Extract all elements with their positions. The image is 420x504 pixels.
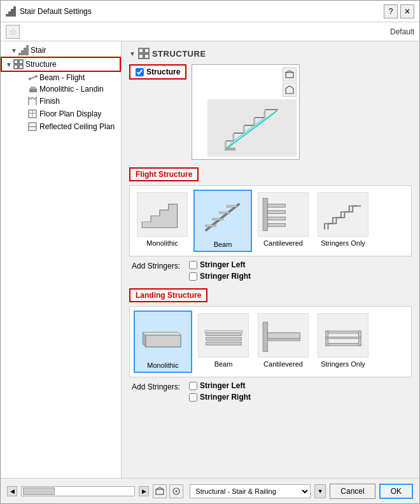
scroll-left-btn[interactable]: ◀ — [7, 486, 17, 496]
svg-rect-72 — [206, 333, 241, 336]
landing-option-beam[interactable]: Beam — [195, 311, 252, 373]
flight-option-stringers[interactable]: Stringers Only — [314, 190, 372, 252]
bottom-bar: ◀ ▶ Structural - Stair & Railing ▼ Cance… — [1, 478, 419, 503]
stringers-stair-svg — [319, 195, 367, 234]
flight-stringer-right-check[interactable] — [189, 272, 197, 281]
svg-rect-0 — [6, 14, 8, 17]
flight-stringer-left-check[interactable] — [189, 261, 197, 269]
tree-item-structure[interactable]: ▼ Structure — [1, 57, 121, 72]
structure-section-icon — [138, 48, 150, 59]
svg-rect-62 — [267, 217, 285, 220]
landing-stringer-left-check[interactable] — [189, 382, 197, 390]
landing-structure-section: Landing Structure — [129, 288, 412, 402]
title-bar: Stair Default Settings ? ✕ — [1, 1, 419, 22]
beam-stair-svg — [199, 197, 247, 235]
svg-rect-25 — [144, 54, 149, 59]
view-dropdown[interactable]: Structural - Stair & Railing — [190, 484, 311, 498]
landing-structure-label: Landing Structure — [136, 291, 201, 300]
dropdown-expand-btn[interactable]: ▼ — [314, 484, 326, 498]
dialog-window: Stair Default Settings ? ✕ ☆ Default ▼ S… — [0, 0, 420, 504]
landing-stringer-checks: Stringer Left Stringer Right — [189, 381, 251, 402]
stair-icon — [18, 45, 29, 55]
main-content: ▼ Stair ▼ Structure — [1, 41, 419, 478]
svg-rect-10 — [14, 65, 18, 69]
flight-option-beam[interactable]: Beam — [193, 190, 252, 252]
landing-beam-label: Beam — [214, 360, 233, 368]
scrollbar-thumb — [23, 487, 55, 495]
collapse-arrow-reflected: ▶ — [21, 123, 26, 130]
landing-beam-image — [198, 313, 249, 358]
structure-checkbox-label: Structure — [146, 67, 180, 76]
landing-stringer-right-label: Stringer Right — [200, 393, 251, 402]
svg-point-88 — [176, 490, 178, 492]
tree-item-monolithic-landing[interactable]: Monolithic - Landin — [1, 83, 121, 95]
landing-cantilevered-svg — [260, 316, 307, 354]
landing-monolithic-image — [137, 314, 188, 359]
view-icon-button-1[interactable] — [153, 484, 167, 498]
tree-item-reflected[interactable]: ▶ Reflected Ceiling Plan — [1, 120, 121, 133]
landing-stringer-right-check[interactable] — [189, 393, 197, 402]
landing-option-stringers[interactable]: Stringers Only — [314, 311, 372, 373]
horizontal-scrollbar[interactable] — [21, 486, 135, 496]
svg-rect-8 — [14, 60, 18, 64]
svg-marker-71 — [143, 332, 181, 335]
tree-item-stair[interactable]: ▼ Stair — [1, 44, 121, 57]
preview-icon-btn-2[interactable] — [283, 83, 297, 97]
tree-item-beam-flight[interactable]: Beam - Flight — [1, 72, 121, 83]
flight-stringer-right-row: Stringer Right — [189, 272, 251, 281]
cancel-button[interactable]: Cancel — [330, 484, 375, 499]
svg-rect-3 — [13, 6, 16, 17]
svg-rect-53 — [205, 225, 216, 227]
svg-rect-79 — [325, 331, 360, 333]
flight-beam-image — [197, 193, 248, 238]
flight-stringer-left-label: Stringer Left — [200, 260, 245, 269]
scroll-right-btn[interactable]: ▶ — [139, 486, 149, 496]
structure-checkbox[interactable] — [136, 68, 144, 76]
svg-point-14 — [35, 75, 38, 78]
flight-option-cantilevered[interactable]: Cantilevered — [255, 190, 312, 252]
flight-option-monolithic[interactable]: Monolithic — [134, 190, 191, 252]
default-label: Default — [390, 27, 414, 36]
svg-marker-46 — [264, 109, 265, 118]
section-collapse-arrow: ▼ — [129, 50, 136, 57]
svg-rect-16 — [31, 87, 36, 89]
svg-rect-24 — [139, 54, 143, 59]
svg-rect-54 — [212, 218, 223, 220]
flight-monolithic-image — [137, 192, 188, 237]
help-button[interactable]: ? — [384, 4, 398, 18]
svg-rect-22 — [139, 48, 143, 53]
preview-icon-btn-1[interactable] — [283, 67, 297, 81]
landing-option-monolithic[interactable]: Monolithic — [134, 311, 192, 373]
svg-rect-75 — [204, 330, 242, 333]
floor-plan-icon — [27, 109, 38, 119]
flight-stringers-row: Add Stringers: Stringer Left Stringer Ri… — [129, 260, 412, 281]
preview-box — [192, 64, 300, 160]
landing-cantilevered-label: Cantilevered — [263, 360, 303, 368]
svg-marker-29 — [286, 86, 293, 94]
landing-options-row: Monolithic — [129, 306, 412, 377]
svg-rect-60 — [263, 199, 267, 231]
tree-item-floor-plan[interactable]: ▶ Floor Plan Display — [1, 108, 121, 120]
section-header: ▼ STRUCTURE — [129, 48, 412, 59]
landing-option-cantilevered[interactable]: Cantilevered — [255, 311, 312, 373]
tree-item-finish[interactable]: ▶ Finish — [1, 95, 121, 108]
tree-reflected-label: Reflected Ceiling Plan — [39, 122, 115, 131]
svg-rect-1 — [8, 11, 11, 17]
tree-finish-label: Finish — [39, 97, 60, 106]
stair-title-icon — [6, 6, 16, 17]
ok-button[interactable]: OK — [379, 484, 413, 499]
view-icon-button-2[interactable] — [169, 484, 183, 498]
svg-marker-42 — [225, 141, 227, 150]
flight-stringer-checks: Stringer Left Stringer Right — [189, 260, 251, 281]
landing-cantilevered-image — [258, 313, 309, 358]
cantilevered-stair-svg — [260, 195, 307, 234]
close-button[interactable]: ✕ — [400, 4, 414, 18]
stair-preview-svg — [207, 99, 297, 157]
svg-rect-63 — [267, 211, 285, 214]
collapse-arrow-floor: ▶ — [21, 111, 26, 118]
landing-add-stringers-label: Add Stringers: — [132, 381, 180, 391]
svg-rect-23 — [144, 48, 149, 53]
svg-rect-7 — [26, 45, 29, 55]
landing-monolithic-svg — [139, 318, 187, 356]
favorites-button[interactable]: ☆ — [6, 25, 20, 39]
